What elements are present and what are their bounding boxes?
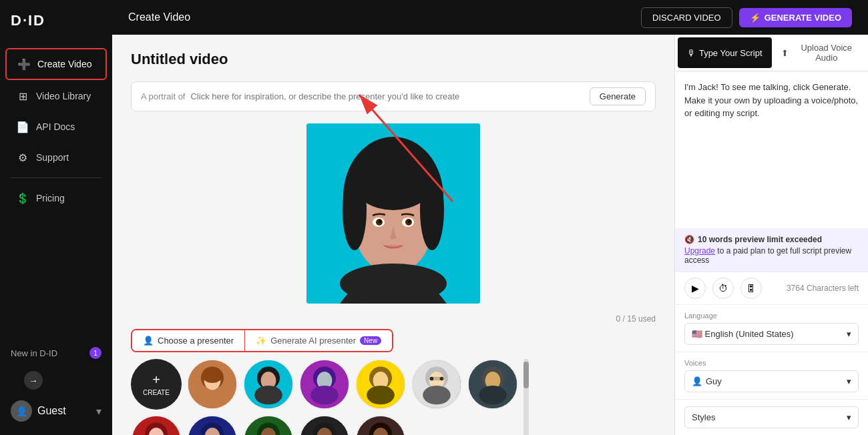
usage-bar: 0 / 15 used: [131, 314, 656, 324]
voices-section: Voices 👤 Guy ▾: [675, 352, 868, 399]
generate-portrait-button[interactable]: Generate: [590, 87, 646, 105]
sidebar-bottom: New in D-ID 1 → 👤 Guest ▾: [0, 332, 112, 435]
plus-icon: +: [152, 372, 160, 388]
styles-section: Styles ▾: [675, 399, 868, 435]
discard-video-button[interactable]: DISCARD VIDEO: [641, 7, 732, 28]
language-value: 🇺🇸 English (United States): [692, 329, 794, 339]
warning-text: Upgrade to a paid plan to get full scrip…: [684, 246, 859, 265]
content-area: Untitled video A portrait of Generate: [112, 35, 868, 435]
sidebar-item-label: API Docs: [36, 121, 75, 132]
presenter-11[interactable]: [299, 415, 350, 435]
presenter-8[interactable]: [131, 415, 182, 435]
user-row[interactable]: 👤 Guest ▾: [5, 395, 107, 427]
presenter-10[interactable]: [243, 415, 294, 435]
presenter-2[interactable]: [243, 359, 294, 410]
generate-video-button[interactable]: ⚡ GENERATE VIDEO: [739, 8, 852, 27]
upload-voice-tab[interactable]: ⬆ Upload Voice Audio: [775, 35, 869, 71]
sidebar: D·ID ➕ Create Video ⊞ Video Library 📄 AP…: [0, 0, 112, 435]
language-label: Language: [684, 312, 859, 320]
presenter-5[interactable]: [411, 359, 462, 410]
avatar: 👤: [11, 400, 32, 422]
sidebar-item-support[interactable]: ⚙ Support: [5, 143, 107, 172]
header-actions: DISCARD VIDEO ⚡ GENERATE VIDEO: [641, 7, 852, 28]
tab-label: Upload Voice Audio: [792, 43, 862, 63]
warning-bar: 🔇 10 words preview limit exceeded Upgrad…: [675, 228, 868, 272]
video-title: Untitled video: [131, 51, 656, 68]
presenter-1[interactable]: [187, 359, 238, 410]
new-did-label: New in D-ID: [11, 348, 57, 358]
lightning-icon: ⚡: [750, 13, 761, 23]
presenter-4[interactable]: [355, 359, 406, 410]
voices-select[interactable]: 👤 Guy ▾: [684, 370, 859, 392]
timer-button[interactable]: ⏱: [712, 278, 734, 299]
presenter-3-img: [300, 360, 349, 408]
right-panel: 🎙 Type Your Script ⬆ Upload Voice Audio …: [674, 35, 868, 435]
presenter-grid: + CREATE: [131, 359, 518, 435]
page-title: Create Video: [128, 11, 190, 23]
chevron-down-icon: ▾: [847, 376, 851, 386]
script-textarea[interactable]: I'm Jack! To see me talking, click Gener…: [675, 71, 868, 228]
sidebar-item-video-library[interactable]: ⊞ Video Library: [5, 81, 107, 111]
doc-icon: 📄: [16, 120, 29, 133]
portrait-label: A portrait of: [141, 91, 185, 101]
chevron-down-icon: ▾: [847, 329, 851, 339]
scrollbar[interactable]: [523, 359, 529, 435]
portrait-bar: A portrait of Generate: [131, 81, 656, 111]
presenter-9[interactable]: [187, 415, 238, 435]
presenter-1-img: [188, 360, 236, 408]
presenter-row-2: [131, 415, 518, 435]
type-script-tab[interactable]: 🎙 Type Your Script: [678, 37, 772, 68]
sidebar-item-label: Create Video: [37, 59, 91, 69]
choose-presenter-tab[interactable]: 👤 Choose a presenter: [132, 330, 245, 351]
header: Create Video DISCARD VIDEO ⚡ GENERATE VI…: [112, 0, 868, 35]
create-presenter-button[interactable]: + CREATE: [131, 359, 182, 410]
voice-settings-button[interactable]: 🎛: [740, 278, 762, 299]
video-editor: Untitled video A portrait of Generate: [112, 35, 674, 435]
new-in-did[interactable]: New in D-ID 1: [5, 340, 107, 366]
svg-point-24: [254, 386, 282, 404]
create-label: CREATE: [143, 389, 170, 396]
logo: D·ID: [0, 0, 112, 41]
svg-point-11: [379, 220, 381, 223]
collapse-button[interactable]: →: [24, 371, 43, 390]
chevron-icon: ▾: [96, 405, 101, 418]
generate-ai-presenter-tab[interactable]: ✨ Generate AI presenter New: [245, 330, 392, 351]
plus-icon: ➕: [17, 57, 31, 71]
portrait-input[interactable]: [190, 91, 584, 101]
logo-text: D·ID: [11, 12, 45, 29]
scrollbar-thumb: [523, 362, 529, 388]
mic-icon: 🎙: [687, 48, 696, 58]
sidebar-item-create-video[interactable]: ➕ Create Video: [5, 48, 107, 80]
presenter-row-1: + CREATE: [131, 359, 518, 410]
tab-label: Type Your Script: [699, 48, 763, 58]
svg-point-28: [310, 386, 339, 404]
language-select[interactable]: 🇺🇸 English (United States) ▾: [684, 323, 859, 345]
new-tag: New: [360, 336, 381, 345]
play-button[interactable]: ▶: [684, 278, 706, 299]
svg-point-20: [202, 368, 222, 383]
presenter-6-img: [469, 360, 517, 408]
presenter-6[interactable]: [467, 359, 518, 410]
audio-controls: ▶ ⏱ 🎛 3764 Characters left: [675, 272, 868, 304]
presenter-tabs: 👤 Choose a presenter ✨ Generate AI prese…: [131, 329, 393, 352]
new-badge: 1: [89, 347, 101, 359]
svg-point-43: [479, 386, 507, 404]
gear-icon: ⚙: [16, 151, 29, 164]
styles-label: Styles: [692, 412, 715, 422]
svg-point-12: [408, 220, 411, 223]
voice-name: Guy: [706, 376, 722, 386]
presenter-12[interactable]: [355, 415, 406, 435]
sidebar-item-api-docs[interactable]: 📄 API Docs: [5, 112, 107, 141]
sidebar-item-label: Video Library: [36, 91, 91, 101]
upload-icon: ⬆: [781, 48, 789, 58]
styles-select[interactable]: Styles ▾: [684, 406, 859, 428]
sidebar-divider: [11, 177, 101, 178]
tab-label: Choose a presenter: [158, 336, 234, 346]
presenter-face-svg: [306, 123, 480, 304]
user-label: Guest: [37, 405, 66, 417]
sidebar-item-pricing[interactable]: 💲 Pricing: [5, 183, 107, 213]
presenter-3[interactable]: [299, 359, 350, 410]
main: Create Video DISCARD VIDEO ⚡ GENERATE VI…: [112, 0, 868, 435]
sidebar-item-label: Support: [36, 152, 69, 163]
upgrade-link[interactable]: Upgrade: [684, 246, 715, 256]
